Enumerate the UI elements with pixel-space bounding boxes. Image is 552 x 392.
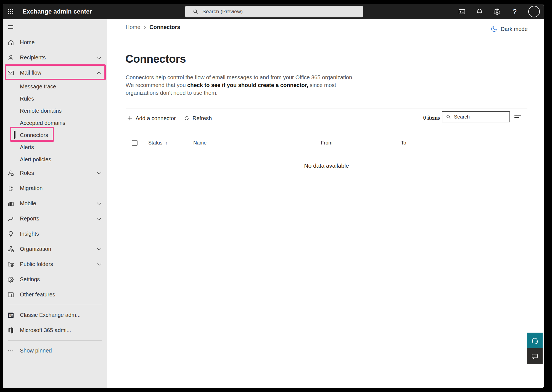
sidebar-item-label: Classic Exchange adm... bbox=[20, 312, 81, 318]
hamburger-icon bbox=[7, 24, 14, 30]
breadcrumb-current: Connectors bbox=[149, 24, 180, 30]
top-bar: Exchange admin center bbox=[3, 4, 544, 19]
annotation-box-connectors bbox=[10, 127, 54, 142]
roles-icon bbox=[7, 170, 14, 177]
breadcrumb-chevron-icon bbox=[144, 25, 146, 29]
home-icon bbox=[7, 39, 14, 46]
powershell-button[interactable] bbox=[458, 7, 466, 16]
table-header-divider bbox=[126, 150, 527, 150]
list-search-input[interactable] bbox=[453, 114, 509, 120]
sidebar-item-label: Home bbox=[20, 39, 35, 46]
settings-button[interactable] bbox=[493, 7, 501, 16]
sidebar-item-home[interactable]: Home bbox=[3, 35, 107, 50]
add-connector-label: Add a connector bbox=[136, 115, 176, 122]
terminal-icon bbox=[458, 8, 466, 15]
chevron-down-icon bbox=[97, 56, 102, 59]
sidebar-item-insights[interactable]: Insights bbox=[3, 226, 107, 241]
sidebar-item-mobile[interactable]: Mobile bbox=[3, 196, 107, 211]
refresh-label: Refresh bbox=[192, 115, 212, 122]
notifications-button[interactable] bbox=[475, 7, 484, 16]
sidebar-item-migration[interactable]: Migration bbox=[3, 181, 107, 196]
app-window: Exchange admin center bbox=[3, 4, 544, 388]
sort-ascending-icon: ↑ bbox=[165, 140, 168, 146]
sidebar-item-label: Message trace bbox=[20, 83, 56, 90]
svg-text:E: E bbox=[9, 313, 11, 317]
column-label: Status bbox=[148, 140, 162, 146]
items-count: 0 items bbox=[410, 115, 440, 121]
sidebar-item-label: Mobile bbox=[20, 200, 36, 207]
feedback-button[interactable] bbox=[527, 348, 543, 364]
app-title: Exchange admin center bbox=[23, 4, 92, 19]
feedback-icon bbox=[531, 352, 538, 360]
sidebar-item-settings[interactable]: Settings bbox=[3, 272, 107, 287]
filter-button[interactable] bbox=[514, 114, 522, 121]
sidebar-item-roles[interactable]: Roles bbox=[3, 165, 107, 181]
support-button[interactable] bbox=[527, 333, 543, 348]
refresh-icon bbox=[184, 115, 190, 121]
table-grid-icon bbox=[7, 291, 14, 298]
sidebar-item-label: Other features bbox=[20, 291, 55, 298]
sidebar-item-message-trace[interactable]: Message trace bbox=[3, 80, 107, 93]
sidebar-item-recipients[interactable]: Recipients bbox=[3, 50, 107, 65]
global-search-input[interactable] bbox=[202, 8, 360, 15]
sidebar-item-other-features[interactable]: Other features bbox=[3, 287, 107, 302]
sidebar-item-label: Roles bbox=[20, 170, 34, 176]
sidebar-item-label: Insights bbox=[20, 231, 39, 237]
sidebar-item-organization[interactable]: Organization bbox=[3, 241, 107, 257]
sidebar-item-label: Public folders bbox=[20, 261, 53, 267]
sidebar-item-microsoft-365-admin[interactable]: Microsoft 365 admi... bbox=[3, 323, 107, 338]
add-connector-button[interactable]: Add a connector bbox=[127, 112, 176, 124]
migration-icon bbox=[7, 185, 14, 192]
sidebar-item-label: Alert policies bbox=[20, 156, 51, 163]
lightbulb-icon bbox=[7, 230, 14, 238]
sidebar-divider bbox=[8, 340, 102, 341]
dark-mode-toggle[interactable]: Dark mode bbox=[490, 25, 528, 33]
mobile-icon bbox=[7, 200, 14, 207]
reports-icon bbox=[7, 215, 14, 222]
folder-globe-icon bbox=[7, 261, 14, 268]
sidebar-item-label: Show pinned bbox=[20, 348, 52, 354]
dark-mode-label: Dark mode bbox=[501, 26, 528, 32]
refresh-button[interactable]: Refresh bbox=[184, 112, 212, 124]
main-content: Home Connectors Dark mode Connectors Con… bbox=[107, 19, 544, 388]
column-header-from[interactable]: From bbox=[321, 140, 332, 146]
headset-icon bbox=[531, 337, 539, 344]
description-link[interactable]: check to see if you should create a conn… bbox=[187, 82, 308, 88]
plus-icon bbox=[127, 115, 133, 121]
column-header-name[interactable]: Name bbox=[193, 140, 207, 146]
sidebar-item-classic-exchange[interactable]: E Classic Exchange adm... bbox=[3, 307, 107, 323]
gear-icon bbox=[493, 8, 501, 15]
sidebar-item-label: Remote domains bbox=[20, 108, 62, 114]
person-icon bbox=[7, 54, 14, 61]
sidebar-item-label: Alerts bbox=[20, 144, 34, 151]
help-button[interactable]: ? bbox=[511, 7, 519, 16]
empty-state-message: No data available bbox=[126, 162, 527, 169]
list-search-box[interactable] bbox=[442, 111, 510, 122]
app-launcher-button[interactable] bbox=[7, 8, 14, 15]
sidebar-item-alerts[interactable]: Alerts bbox=[3, 141, 107, 153]
toolbar-divider bbox=[126, 109, 527, 109]
sidebar-item-public-folders[interactable]: Public folders bbox=[3, 257, 107, 272]
global-search-box[interactable] bbox=[185, 6, 363, 17]
sidebar-item-alert-policies[interactable]: Alert policies bbox=[3, 153, 107, 165]
sidebar-item-show-pinned[interactable]: Show pinned bbox=[3, 343, 107, 358]
sidebar-item-rules[interactable]: Rules bbox=[3, 93, 107, 105]
nav-collapse-button[interactable] bbox=[3, 19, 107, 35]
account-avatar[interactable] bbox=[528, 6, 540, 17]
sidebar-item-label: Reports bbox=[20, 215, 39, 222]
select-all-checkbox[interactable] bbox=[132, 140, 138, 146]
sidebar-item-remote-domains[interactable]: Remote domains bbox=[3, 105, 107, 117]
search-icon bbox=[192, 9, 199, 15]
exchange-logo-icon: E bbox=[7, 312, 14, 319]
breadcrumb: Home Connectors bbox=[126, 24, 180, 30]
chevron-down-icon bbox=[97, 202, 102, 205]
ellipsis-icon bbox=[7, 347, 14, 354]
column-header-to[interactable]: To bbox=[401, 140, 406, 146]
breadcrumb-home-link[interactable]: Home bbox=[126, 24, 140, 30]
chevron-down-icon bbox=[97, 217, 102, 220]
waffle-icon bbox=[7, 8, 14, 15]
filter-icon bbox=[514, 114, 522, 120]
annotation-box-mail-flow bbox=[5, 64, 106, 80]
sidebar-item-reports[interactable]: Reports bbox=[3, 211, 107, 226]
column-header-status[interactable]: Status ↑ bbox=[148, 140, 168, 146]
